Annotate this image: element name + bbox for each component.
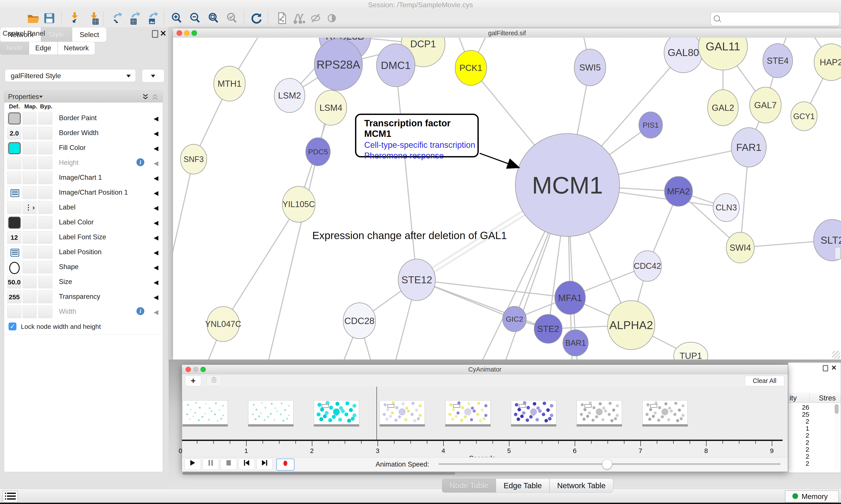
zoom-out-icon[interactable] — [189, 12, 201, 24]
expand-left-icon[interactable]: ◀ — [154, 219, 158, 227]
table-row[interactable]: 2 — [788, 439, 830, 446]
mapping-cell[interactable] — [22, 216, 37, 229]
import-table-icon[interactable] — [88, 12, 100, 24]
default-value-cell[interactable]: 12 — [7, 231, 21, 244]
frame-thumbnail-1[interactable] — [248, 400, 293, 425]
tab-network-table[interactable]: Network Table — [550, 479, 613, 492]
bypass-cell[interactable] — [38, 201, 52, 214]
table-row[interactable]: 26 — [788, 404, 830, 411]
mapping-cell[interactable] — [22, 290, 37, 303]
expand-all-icon[interactable] — [152, 93, 158, 100]
expand-left-icon[interactable]: ◀ — [154, 264, 158, 271]
lock-checkbox[interactable]: ✓ — [8, 323, 16, 330]
save-session-icon[interactable] — [43, 12, 56, 24]
frame-thumbnail-2[interactable] — [314, 400, 359, 425]
search-input[interactable] — [722, 13, 837, 24]
annotation-link-1[interactable]: Cell-type-specific transcription — [364, 140, 478, 150]
bypass-cell[interactable] — [38, 127, 52, 140]
table-row[interactable]: 2 — [788, 453, 830, 460]
mapping-cell[interactable] — [22, 186, 37, 199]
default-value-cell[interactable]: 50.0 — [7, 276, 21, 288]
properties-header[interactable]: Properties — [4, 91, 163, 103]
mapping-cell[interactable] — [22, 305, 37, 318]
maximize-icon[interactable] — [192, 30, 197, 36]
panel-tab-network[interactable]: Network — [58, 41, 95, 55]
bypass-cell[interactable] — [38, 112, 52, 125]
speed-slider-thumb[interactable] — [602, 459, 612, 469]
column-header-stress[interactable]: Stres — [819, 394, 836, 402]
column-header-ity[interactable]: ity — [789, 394, 797, 402]
maximize-icon[interactable] — [200, 367, 206, 372]
import-network-icon[interactable] — [68, 12, 81, 24]
panel-tab-edge[interactable]: Edge — [29, 41, 57, 55]
style-selector[interactable]: galFiltered Style — [5, 69, 136, 82]
export-table-icon[interactable] — [128, 12, 141, 24]
mapping-cell[interactable] — [22, 261, 37, 273]
bypass-cell[interactable] — [38, 186, 52, 199]
bypass-cell[interactable] — [38, 246, 52, 258]
annotation-link-2[interactable]: Pheromone response — [364, 151, 478, 161]
skip-to-start-button[interactable] — [238, 458, 255, 470]
timeline-playhead[interactable] — [376, 386, 377, 439]
default-value-cell[interactable] — [7, 246, 21, 258]
tab-style[interactable]: Style — [41, 27, 72, 42]
close-panel-icon[interactable]: ✕ — [160, 29, 166, 38]
frame-thumbnail-6[interactable] — [577, 400, 622, 425]
resize-grip[interactable] — [832, 351, 840, 359]
mapping-cell[interactable] — [22, 172, 37, 184]
expand-left-icon[interactable]: ◀ — [154, 115, 158, 122]
panel-tab-node[interactable]: Node — [0, 41, 29, 55]
frame-thumbnail-7[interactable] — [642, 400, 688, 425]
export-network-icon[interactable] — [110, 12, 123, 24]
default-value-cell[interactable] — [7, 186, 21, 199]
play-button[interactable] — [185, 458, 201, 470]
expand-left-icon[interactable]: ◀ — [154, 160, 158, 167]
stop-button[interactable] — [220, 458, 237, 470]
bypass-cell[interactable] — [38, 305, 52, 318]
expand-left-icon[interactable]: ◀ — [154, 145, 158, 152]
pause-button[interactable] — [202, 458, 219, 470]
table-row[interactable]: 2 — [788, 418, 830, 425]
mapping-cell[interactable]: ⋮› — [22, 201, 37, 214]
column-divider[interactable] — [809, 393, 810, 402]
bypass-cell[interactable] — [38, 216, 52, 229]
record-button[interactable] — [276, 458, 294, 471]
default-value-cell[interactable]: 255 — [7, 290, 21, 303]
table-row[interactable]: 2 — [788, 432, 830, 439]
task-history-button[interactable] — [3, 491, 18, 502]
close-panel-icon[interactable]: ✕ — [831, 364, 837, 372]
table-row[interactable]: 25 — [788, 411, 830, 418]
clear-all-frames-button[interactable]: Clear All Frames — [745, 376, 784, 386]
bypass-cell[interactable] — [38, 142, 52, 154]
default-value-cell[interactable] — [7, 201, 21, 214]
export-image-icon[interactable] — [146, 12, 159, 24]
mapping-cell[interactable] — [22, 142, 37, 154]
expand-left-icon[interactable]: ◀ — [154, 293, 158, 301]
horizontal-scrollbar[interactable] — [182, 472, 455, 475]
minimize-icon[interactable] — [193, 367, 198, 372]
zoom-selected-icon[interactable] — [226, 12, 238, 24]
bypass-cell[interactable] — [38, 261, 52, 273]
expand-left-icon[interactable]: ◀ — [154, 249, 158, 256]
default-value-cell[interactable] — [7, 142, 21, 154]
frame-thumbnail-4[interactable] — [445, 400, 490, 425]
tab-select[interactable]: Select — [72, 27, 107, 42]
default-value-cell[interactable] — [7, 172, 21, 184]
style-options-button[interactable] — [142, 69, 164, 82]
zoom-fit-icon[interactable] — [207, 12, 220, 24]
tab-node-table[interactable]: Node Table — [442, 479, 496, 492]
expand-left-icon[interactable]: ◀ — [154, 175, 158, 182]
skip-to-end-button[interactable] — [256, 458, 273, 470]
expand-left-icon[interactable]: ◀ — [154, 130, 158, 137]
mapping-cell[interactable] — [22, 246, 37, 258]
default-value-cell[interactable]: 2.0 — [7, 127, 21, 140]
bypass-cell[interactable] — [38, 231, 52, 244]
frame-thumbnail-3[interactable] — [379, 400, 425, 425]
open-session-icon[interactable] — [27, 12, 40, 24]
default-value-cell[interactable] — [7, 261, 21, 273]
mapping-cell[interactable] — [22, 231, 37, 244]
table-row[interactable]: 2 — [788, 460, 830, 467]
table-row[interactable]: 2 — [788, 446, 830, 453]
bypass-cell[interactable] — [38, 290, 52, 303]
expand-left-icon[interactable]: ◀ — [154, 279, 158, 286]
